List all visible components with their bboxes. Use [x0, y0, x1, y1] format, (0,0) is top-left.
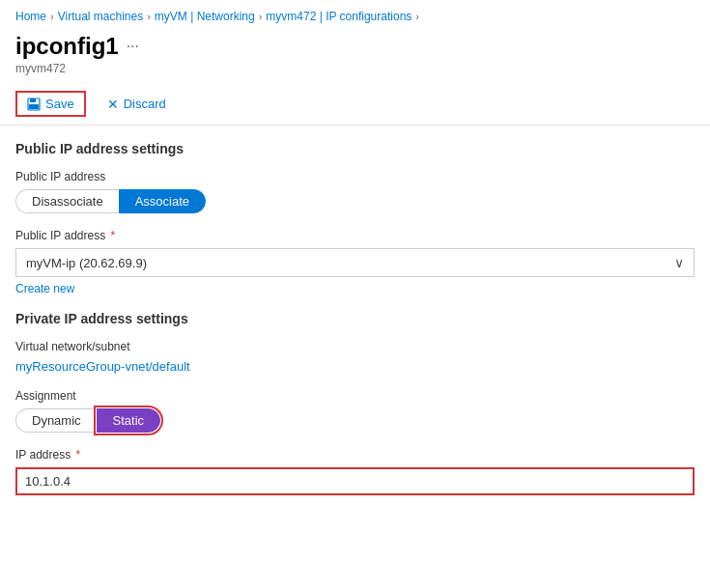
disassociate-button[interactable]: Disassociate [15, 189, 119, 213]
chevron-down-icon: ∨ [674, 255, 684, 270]
assignment-field: Assignment Dynamic Static [15, 389, 695, 433]
page-options-menu[interactable]: ··· [127, 38, 139, 55]
breadcrumb-vms[interactable]: Virtual machines [58, 10, 144, 23]
vnet-subnet-label: Virtual network/subnet [15, 340, 695, 353]
save-label: Save [45, 97, 74, 111]
discard-label: Discard [124, 97, 166, 111]
public-ip-address-label: Public IP address [15, 170, 695, 183]
public-ip-section-title: Public IP address settings [15, 141, 695, 156]
public-ip-toggle-group: Disassociate Associate [15, 189, 695, 213]
associate-button[interactable]: Associate [119, 189, 206, 213]
save-button[interactable]: Save [15, 91, 86, 117]
ip-required-marker: * [72, 448, 80, 462]
svg-rect-2 [29, 104, 39, 109]
breadcrumb-home[interactable]: Home [15, 10, 46, 23]
breadcrumb-sep-3: › [259, 11, 263, 22]
assignment-label: Assignment [15, 389, 695, 403]
ip-address-input[interactable] [15, 467, 695, 495]
toolbar: Save ✕ Discard [0, 83, 710, 126]
required-marker: * [107, 229, 115, 242]
dynamic-button[interactable]: Dynamic [15, 408, 97, 433]
ip-address-label: IP address * [15, 448, 695, 462]
create-new-link[interactable]: Create new [15, 282, 74, 295]
discard-button[interactable]: ✕ Discard [98, 93, 176, 116]
public-ip-address-field: Public IP address Disassociate Associate [15, 170, 695, 213]
main-content: Public IP address settings Public IP add… [0, 141, 710, 495]
breadcrumb-sep-1: › [50, 11, 54, 22]
public-ip-select-value: myVM-ip (20.62.69.9) [26, 256, 147, 270]
public-ip-dropdown-label: Public IP address * [15, 229, 695, 242]
vnet-subnet-link[interactable]: myResourceGroup-vnet/default [15, 359, 695, 374]
breadcrumb-sep-4: › [415, 11, 419, 22]
page-title-text: ipconfig1 [15, 33, 119, 60]
private-ip-section-title: Private IP address settings [15, 311, 695, 326]
svg-rect-1 [30, 98, 36, 102]
vnet-subnet-field: Virtual network/subnet myResourceGroup-v… [15, 340, 695, 374]
save-icon [27, 98, 41, 111]
discard-icon: ✕ [107, 97, 119, 112]
breadcrumb-ip-configs[interactable]: myvm472 | IP configurations [266, 10, 412, 23]
breadcrumb-networking[interactable]: myVM | Networking [155, 10, 255, 23]
ip-address-field: IP address * [15, 448, 695, 495]
breadcrumb-sep-2: › [147, 11, 151, 22]
page-header: ipconfig1 ··· myvm472 [0, 29, 710, 83]
breadcrumb: Home › Virtual machines › myVM | Network… [0, 0, 710, 29]
page-subtitle: myvm472 [15, 62, 695, 75]
page-title: ipconfig1 ··· [15, 33, 695, 60]
assignment-toggle-group: Dynamic Static [15, 408, 695, 433]
static-button[interactable]: Static [97, 408, 161, 433]
public-ip-dropdown-field: Public IP address * myVM-ip (20.62.69.9)… [15, 229, 695, 295]
public-ip-select[interactable]: myVM-ip (20.62.69.9) ∨ [15, 248, 695, 277]
